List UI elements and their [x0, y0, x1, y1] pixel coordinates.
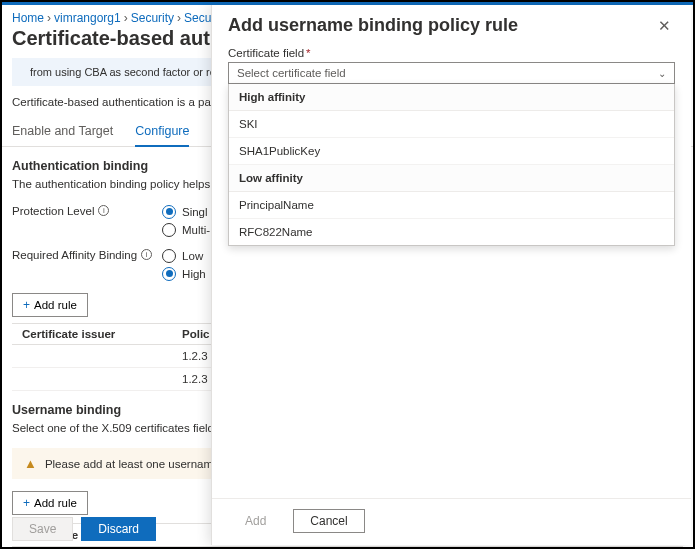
dropdown-group-low-affinity: Low affinity: [229, 165, 674, 192]
radio-affinity-low[interactable]: Low: [162, 249, 206, 263]
certificate-field-dropdown: High affinity SKI SHA1PublicKey Low affi…: [228, 84, 675, 246]
breadcrumb-security[interactable]: Security: [131, 11, 174, 25]
warning-icon: ▲: [24, 456, 37, 471]
tab-enable-and-target[interactable]: Enable and Target: [12, 118, 113, 146]
certificate-field-label: Certificate field*: [212, 47, 691, 62]
blade-cancel-button[interactable]: Cancel: [293, 509, 364, 533]
radio-icon: [162, 205, 176, 219]
dropdown-group-high-affinity: High affinity: [229, 84, 674, 111]
dropdown-option-principalname[interactable]: PrincipalName: [229, 192, 674, 219]
dropdown-option-sha1publickey[interactable]: SHA1PublicKey: [229, 138, 674, 165]
blade-title: Add username binding policy rule: [228, 15, 518, 36]
plus-icon: +: [23, 496, 30, 510]
tab-configure[interactable]: Configure: [135, 118, 189, 147]
add-username-binding-blade: Add username binding policy rule ✕ Certi…: [211, 5, 691, 545]
col-certificate-issuer: Certificate issuer: [22, 328, 182, 340]
dropdown-option-rfc822name[interactable]: RFC822Name: [229, 219, 674, 245]
col-policy: Polic: [182, 328, 209, 340]
radio-icon: [162, 267, 176, 281]
radio-protection-single[interactable]: Singl: [162, 205, 210, 219]
dropdown-option-ski[interactable]: SKI: [229, 111, 674, 138]
breadcrumb-org[interactable]: vimrangorg1: [54, 11, 121, 25]
save-button[interactable]: Save: [12, 517, 73, 541]
radio-protection-multi[interactable]: Multi-: [162, 223, 210, 237]
breadcrumb-sep: ›: [177, 11, 181, 25]
chevron-down-icon: ⌄: [658, 68, 666, 79]
add-rule-auth-button[interactable]: + Add rule: [12, 293, 88, 317]
radio-affinity-high[interactable]: High: [162, 267, 206, 281]
add-rule-username-button[interactable]: + Add rule: [12, 491, 88, 515]
required-affinity-label: Required Affinity Binding i: [12, 249, 152, 261]
blade-add-button[interactable]: Add: [228, 509, 283, 533]
plus-icon: +: [23, 298, 30, 312]
certificate-field-select[interactable]: Select certificate field ⌄: [228, 62, 675, 84]
radio-icon: [162, 249, 176, 263]
discard-button[interactable]: Discard: [81, 517, 156, 541]
breadcrumb-sep: ›: [124, 11, 128, 25]
info-icon[interactable]: i: [141, 249, 152, 260]
close-icon[interactable]: ✕: [654, 15, 675, 37]
info-icon[interactable]: i: [98, 205, 109, 216]
radio-icon: [162, 223, 176, 237]
protection-level-label: Protection Level i: [12, 205, 152, 217]
breadcrumb-sep: ›: [47, 11, 51, 25]
breadcrumb-home[interactable]: Home: [12, 11, 44, 25]
